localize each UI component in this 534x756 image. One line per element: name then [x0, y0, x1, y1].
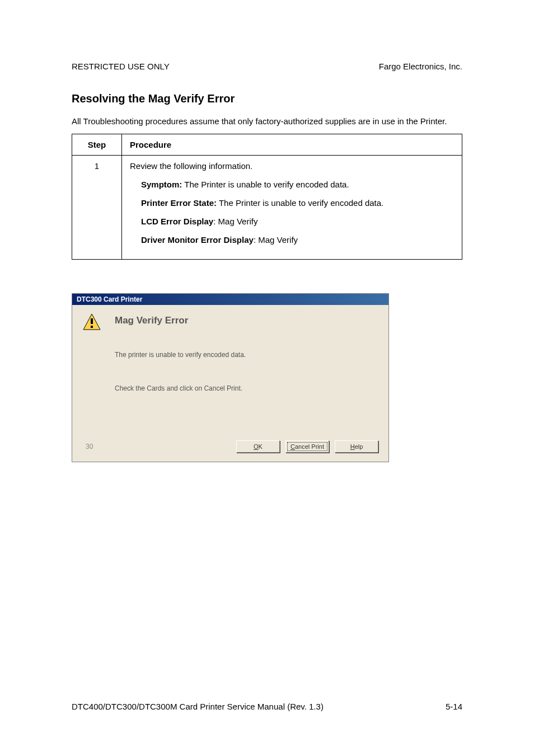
- dialog-message-2: Check the Cards and click on Cancel Prin…: [115, 384, 378, 392]
- driver-text: : Mag Verify: [254, 235, 298, 245]
- dialog-button-row: OK Cancel Print Help: [236, 440, 378, 453]
- col-step: Step: [72, 134, 122, 156]
- proc-line-review: Review the following information.: [130, 161, 454, 171]
- driver-label: Driver Monitor Error Display: [141, 235, 254, 245]
- proc-symptom: Symptom: The Printer is unable to verify…: [130, 180, 454, 189]
- ok-button[interactable]: OK: [236, 440, 280, 453]
- symptom-text: The Printer is unable to verify encoded …: [182, 180, 349, 189]
- proc-lcd: LCD Error Display: Mag Verify: [130, 217, 454, 226]
- page-header: RESTRICTED USE ONLY Fargo Electronics, I…: [72, 62, 462, 71]
- dialog-countdown: 30: [86, 443, 93, 450]
- intro-text: All Troubleshooting procedures assume th…: [72, 115, 462, 127]
- svg-rect-1: [91, 318, 93, 324]
- footer-right: 5-14: [446, 702, 462, 711]
- state-label: Printer Error State:: [141, 198, 217, 208]
- proc-printer-state: Printer Error State: The Printer is unab…: [130, 198, 454, 208]
- procedure-cell: Review the following information. Sympto…: [122, 156, 462, 260]
- page-footer: DTC400/DTC300/DTC300M Card Printer Servi…: [72, 702, 462, 711]
- page: RESTRICTED USE ONLY Fargo Electronics, I…: [0, 0, 534, 756]
- symptom-label: Symptom:: [141, 180, 182, 189]
- svg-rect-2: [91, 326, 93, 328]
- header-right: Fargo Electronics, Inc.: [379, 62, 462, 71]
- section-heading: Resolving the Mag Verify Error: [72, 92, 462, 105]
- lcd-text: : Mag Verify: [213, 217, 257, 226]
- procedure-table: Step Procedure 1 Review the following in…: [72, 134, 462, 260]
- error-dialog: DTC300 Card Printer Mag Verify Error The…: [72, 293, 389, 462]
- cancel-print-button[interactable]: Cancel Print: [285, 440, 329, 453]
- help-button[interactable]: Help: [335, 440, 378, 453]
- proc-driver: Driver Monitor Error Display: Mag Verify: [130, 235, 454, 245]
- table-row: 1 Review the following information. Symp…: [72, 156, 462, 260]
- dialog-body: Mag Verify Error The printer is unable t…: [72, 305, 388, 462]
- dialog-titlebar: DTC300 Card Printer: [72, 294, 388, 305]
- dialog-message-1: The printer is unable to verify encoded …: [115, 351, 378, 359]
- lcd-label: LCD Error Display: [141, 217, 213, 226]
- dialog-heading: Mag Verify Error: [115, 315, 378, 326]
- footer-left: DTC400/DTC300/DTC300M Card Printer Servi…: [72, 702, 324, 711]
- step-number: 1: [72, 156, 122, 260]
- warning-icon: [82, 313, 102, 334]
- col-procedure: Procedure: [122, 134, 462, 156]
- state-text: The Printer is unable to verify encoded …: [217, 198, 383, 208]
- header-left: RESTRICTED USE ONLY: [72, 62, 170, 71]
